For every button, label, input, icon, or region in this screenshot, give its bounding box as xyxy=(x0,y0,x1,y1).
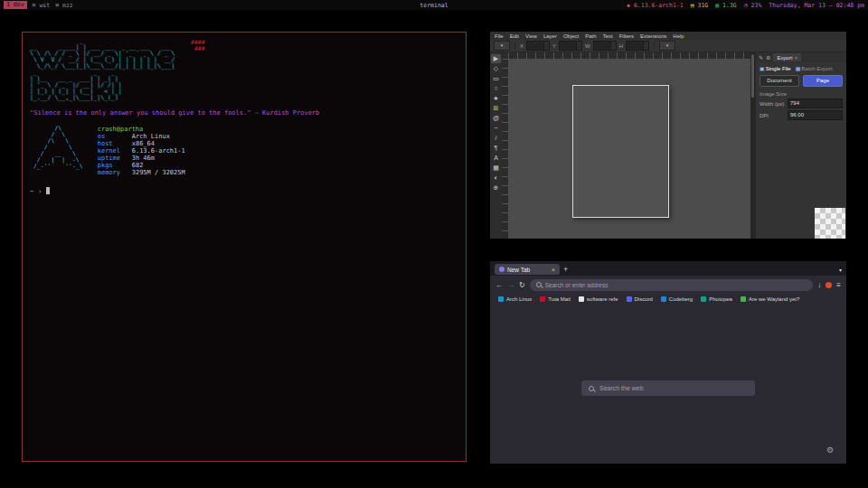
coord-x-input[interactable] xyxy=(526,41,550,51)
select-tool-icon[interactable]: ▶ xyxy=(491,54,501,63)
menu-help[interactable]: Help xyxy=(673,33,684,39)
menu-layer[interactable]: Layer xyxy=(543,33,557,39)
bookmark-software-reference[interactable]: software refe xyxy=(579,296,618,302)
dialog-settings-icon[interactable]: ⚙ xyxy=(766,54,770,61)
new-tab-button[interactable]: + xyxy=(563,264,568,275)
url-placeholder: Search or enter address xyxy=(545,282,609,288)
export-panel: ✎ ⚙ Export × ▣Single File ▦Batch Export … xyxy=(755,52,846,239)
coord-x-label: X xyxy=(520,43,524,49)
batch-export-icon: ▦ xyxy=(796,66,801,71)
ascii-banner-glitch: #### ### xyxy=(191,40,205,52)
terminal-window[interactable]: _ __ _____| | ___ ___ _ __ ___ ___ \ \ /… xyxy=(22,32,467,462)
downloads-icon[interactable]: ↓ xyxy=(817,281,821,289)
bookmark-wayland-yet[interactable]: Are we Wayland yet? xyxy=(741,296,799,302)
pencil-tool-icon[interactable]: ~ xyxy=(491,124,501,133)
inkscape-menubar: File Edit View Layer Object Path Text Fi… xyxy=(490,32,846,40)
status-bar: 1 dev ⌘ wst ⌘ mzz terminal ◆ 6.13.6-arch… xyxy=(0,0,868,10)
dpi-input[interactable]: 96.00 xyxy=(788,110,843,120)
selection-mode-dropdown[interactable]: ▾ xyxy=(494,41,510,51)
close-icon[interactable]: × xyxy=(795,55,798,61)
dropper-tool-icon[interactable]: ◐ xyxy=(491,174,501,183)
single-file-icon: ▣ xyxy=(760,66,765,71)
menu-filters[interactable]: Filters xyxy=(619,33,634,39)
search-icon xyxy=(536,282,542,287)
fetch-label-os: os xyxy=(98,133,132,140)
calligraphy-tool-icon[interactable]: ¶ xyxy=(491,144,501,153)
fetch-output: /\ / \ /\ \ / \ / __ \ / | | -\ /_-'' ''… xyxy=(30,126,458,176)
bookmark-discord[interactable]: Discord xyxy=(627,296,653,302)
inkscape-canvas[interactable] xyxy=(508,59,750,239)
refresh-button[interactable]: ↻ xyxy=(519,281,525,289)
node-tool-icon[interactable]: ◇ xyxy=(491,64,501,73)
width-input[interactable]: 794 xyxy=(788,99,843,108)
menu-text[interactable]: Text xyxy=(603,33,613,39)
pen-tool-icon[interactable]: / xyxy=(491,134,501,143)
gradient-tool-icon[interactable]: ▦ xyxy=(491,164,501,173)
units-dropdown[interactable]: ▾ xyxy=(659,41,675,51)
bookmark-codeberg[interactable]: Codeberg xyxy=(661,296,693,302)
web-search-input[interactable]: Search the web xyxy=(581,380,755,396)
coord-y-input[interactable] xyxy=(559,41,582,51)
web-search-placeholder: Search the web xyxy=(599,385,644,391)
rectangle-tool-icon[interactable]: ▭ xyxy=(491,74,501,83)
menu-extensions[interactable]: Extensions xyxy=(640,33,666,39)
ellipse-tool-icon[interactable]: ○ xyxy=(491,84,501,93)
fetch-label-memory: memory xyxy=(98,169,132,176)
inkscape-toolbox: ▶ ◇ ▭ ○ ★ ⊞ @ ~ / ¶ A ▦ ◐ ⊕ xyxy=(490,52,502,239)
workspace-tag[interactable]: 1 dev xyxy=(4,1,27,9)
tab-single-file[interactable]: ▣Single File xyxy=(760,65,791,71)
layout-indicator-1[interactable]: ⌘ wst xyxy=(33,2,51,9)
status-clock: Thursday, Mar 13 — 02:48 pm xyxy=(769,2,864,9)
horizontal-ruler xyxy=(508,52,750,59)
account-icon[interactable] xyxy=(826,282,832,288)
document-page[interactable] xyxy=(572,85,669,218)
coord-w-input[interactable] xyxy=(593,41,617,51)
menu-file[interactable]: File xyxy=(495,33,504,39)
spiral-tool-icon[interactable]: @ xyxy=(491,114,501,123)
vertical-ruler xyxy=(502,59,508,239)
tab-close-icon[interactable]: × xyxy=(552,267,555,273)
browser-window: New Tab × + ▾ ← → ↻ Search or enter addr… xyxy=(490,261,846,464)
menu-view[interactable]: View xyxy=(525,33,537,39)
coord-h-label: H xyxy=(619,43,623,49)
url-bar[interactable]: Search or enter address xyxy=(530,279,814,291)
scrollbar-thumb[interactable] xyxy=(751,54,754,98)
star-tool-icon[interactable]: ★ xyxy=(491,94,501,103)
width-label: Width (px) xyxy=(760,101,785,107)
bookmark-favicon xyxy=(627,296,632,302)
menu-path[interactable]: Path xyxy=(585,33,596,39)
bookmark-photopea[interactable]: Photopea xyxy=(701,296,732,302)
ascii-banner-back: _ _ _ | |__ __ _ ___| | _| | | '_ \ / _`… xyxy=(30,70,458,101)
page-settings-gear-icon[interactable]: ⚙ xyxy=(826,446,834,455)
coord-h-input[interactable] xyxy=(626,41,649,51)
terminal-quote: "Silence is the only answer you should g… xyxy=(30,109,458,117)
tab-batch-export[interactable]: ▦Batch Export xyxy=(796,65,833,71)
shell-prompt[interactable]: ~ › xyxy=(30,187,458,195)
fetch-user-host: crash@partha xyxy=(98,126,132,133)
fetch-label-kernel: kernel xyxy=(98,147,132,155)
tab-list-chevron-icon[interactable]: ▾ xyxy=(839,267,842,273)
bookmark-favicon xyxy=(579,296,584,302)
browser-tab[interactable]: New Tab × xyxy=(495,264,560,275)
menu-icon[interactable]: ≡ xyxy=(836,281,841,289)
document-button[interactable]: Document xyxy=(760,75,799,87)
bookmark-arch-linux[interactable]: Arch Linux xyxy=(498,296,532,302)
zoom-tool-icon[interactable]: ⊕ xyxy=(491,183,501,192)
bookmark-tuta-mail[interactable]: Tuta Mail xyxy=(540,296,570,302)
layout-indicator-2[interactable]: ⌘ mzz xyxy=(55,2,73,9)
page-button[interactable]: Page xyxy=(803,75,843,87)
status-disk: ▤ 31G xyxy=(691,2,709,9)
text-tool-icon[interactable]: A xyxy=(491,154,501,163)
menu-edit[interactable]: Edit xyxy=(510,33,519,39)
back-button[interactable]: ← xyxy=(495,281,503,289)
box3d-tool-icon[interactable]: ⊞ xyxy=(491,104,501,113)
image-size-heading: Image Size xyxy=(756,89,846,98)
export-dialog-tab[interactable]: Export × xyxy=(773,53,801,61)
menu-object[interactable]: Object xyxy=(563,33,579,39)
toolbar-separator xyxy=(654,42,655,50)
bookmark-favicon xyxy=(540,296,545,302)
forward-button[interactable]: → xyxy=(507,281,514,289)
dialog-edit-icon[interactable]: ✎ xyxy=(759,54,763,61)
export-tab-label: Export xyxy=(777,55,792,61)
bookmark-favicon xyxy=(701,296,706,302)
